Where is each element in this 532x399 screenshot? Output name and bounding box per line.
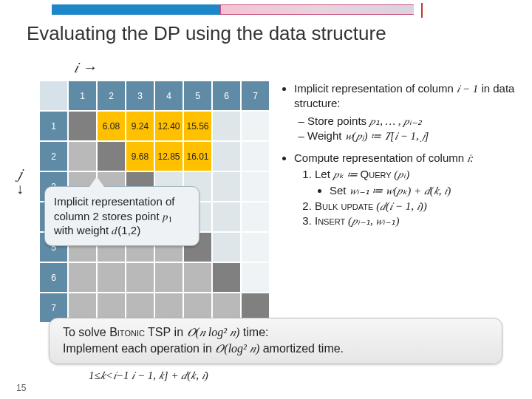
expr: 𝑤ᵢ₋₁ ≔ 𝑤(𝑝ₖ) + 𝑑(𝑘, 𝑖) (349, 185, 451, 197)
cell-empty (241, 111, 270, 141)
step-insert: Insert (𝑝ᵢ₋₁, 𝑤ᵢ₋₁) (315, 214, 525, 228)
cell-below-diag (97, 262, 126, 293)
cell-diag (212, 262, 241, 293)
page-number: 15 (16, 383, 26, 393)
header-row: 1 2 3 4 5 6 7 (39, 81, 270, 111)
col-header: 6 (212, 81, 241, 111)
col-header: 1 (68, 81, 97, 111)
j-letter: 𝑗 (18, 166, 22, 182)
cell-below-diag (126, 262, 154, 293)
cell-empty (241, 202, 270, 232)
expr: 𝑂(log² 𝑛) (215, 342, 259, 355)
expr: 𝑂(𝑛 log² 𝑛) (187, 326, 240, 338)
bullet-compute: Compute representation of column 𝑖: Let … (294, 151, 525, 228)
row-header: 1 (39, 111, 68, 141)
callout-box: Implicit representation of column 2 stor… (44, 186, 200, 246)
row-header: 6 (39, 262, 68, 293)
cell-value: 9.24 (126, 111, 154, 141)
cell-value: 15.56 (183, 111, 212, 141)
text: Store points (307, 115, 369, 127)
col-header: 5 (183, 81, 212, 111)
text: Let (315, 168, 333, 180)
cell-empty (212, 141, 241, 171)
header-decoration (0, 4, 532, 16)
cell-empty (212, 171, 241, 202)
step-bulk: Bulk update (𝑑(𝑖 − 1, 𝑖)) (315, 199, 525, 214)
cell-diag (68, 111, 97, 141)
expr: (𝑝ᵢ) (392, 168, 410, 180)
corner-cell (39, 81, 68, 111)
expr: 𝑖 − 1 (457, 83, 478, 95)
col-header: 2 (97, 81, 126, 111)
cell-below-diag (154, 262, 183, 293)
smallcaps: Bitonic TSP (109, 326, 171, 338)
summary-box: To solve Bitonic TSP in 𝑂(𝑛 log² 𝑛) time… (49, 318, 502, 364)
cell-value: 16.01 (183, 141, 212, 171)
subbullet-weight: Weight 𝑤(𝑝ⱼ) ≔ 𝑇[𝑖 − 1, 𝑗] (307, 129, 525, 143)
cell-empty (241, 141, 270, 171)
cell-value: 12.40 (154, 111, 183, 141)
overflow-formula: 1≤𝑘<𝑖−1 𝑖 − 1, 𝑘] + 𝑑(𝑘, 𝑖) (89, 369, 208, 382)
expr: 𝑤(𝑝ⱼ) ≔ 𝑇[𝑖 − 1, 𝑗] (345, 130, 429, 142)
j-axis-label: 𝑗 ↓ (16, 166, 24, 196)
cell-empty (241, 262, 270, 293)
text: Implicit representation of column (294, 82, 457, 95)
j-arrow-glyph: ↓ (16, 180, 24, 197)
text: Compute representation of column (294, 151, 467, 164)
text: Weight (307, 129, 345, 142)
subbullet-store: Store points 𝑝₁, … , 𝑝ᵢ₋₂ (307, 114, 525, 129)
col-header: 7 (241, 81, 270, 111)
cell-value: 6.08 (97, 111, 126, 141)
cell-value: 12.85 (154, 141, 183, 171)
text: in (171, 326, 186, 338)
cell-empty (241, 171, 270, 202)
step-set: Set 𝑤ᵢ₋₁ ≔ 𝑤(𝑝ₖ) + 𝑑(𝑘, 𝑖) (330, 183, 525, 198)
expr: 𝑖: (467, 152, 474, 164)
col-header: 4 (154, 81, 183, 111)
bullet-implicit: Implicit representation of column 𝑖 − 1 … (294, 81, 525, 143)
expr: (𝑝ᵢ₋₁, 𝑤ᵢ₋₁) (345, 215, 399, 227)
cell-below-diag (68, 141, 97, 171)
text: amortized time. (259, 342, 344, 355)
cell-empty (241, 232, 270, 262)
smallcaps: Bulk update (315, 200, 373, 212)
i-axis-label: 𝑖 → (74, 59, 98, 76)
summary-line-2: Implement each operation in 𝑂(log² 𝑛) am… (63, 341, 488, 357)
cell-below-diag (68, 262, 97, 293)
row-header: 2 (39, 141, 68, 171)
expr: 𝑝ₖ ≔ (333, 168, 361, 180)
smallcaps: Query (361, 168, 392, 180)
expr: 𝑝₁, … , 𝑝ᵢ₋₂ (369, 115, 422, 127)
table-row: 2 9.68 12.85 16.01 (39, 141, 270, 171)
summary-line-1: To solve Bitonic TSP in 𝑂(𝑛 log² 𝑛) time… (63, 324, 488, 341)
text: Implement each operation in (63, 342, 215, 355)
step-query: Let 𝑝ₖ ≔ Query (𝑝ᵢ) Set 𝑤ᵢ₋₁ ≔ 𝑤(𝑝ₖ) + 𝑑… (315, 167, 525, 198)
table-row: 1 6.08 9.24 12.40 15.56 (39, 111, 270, 141)
text: Set (330, 184, 349, 197)
right-panel: Implicit representation of column 𝑖 − 1 … (281, 81, 525, 236)
cell-empty (212, 111, 241, 141)
text: To solve (63, 326, 109, 338)
cell-below-diag (183, 262, 212, 293)
cell-value: 9.68 (126, 141, 154, 171)
slide-title: Evaluating the DP using the data structu… (27, 22, 386, 45)
cell-empty (212, 232, 241, 262)
cell-diag (97, 141, 126, 171)
col-header: 3 (126, 81, 154, 111)
text: time: (239, 326, 268, 338)
smallcaps: Insert (315, 214, 345, 227)
table-row: 6 (39, 262, 270, 293)
cell-empty (212, 202, 241, 232)
expr: (𝑑(𝑖 − 1, 𝑖)) (373, 200, 426, 212)
